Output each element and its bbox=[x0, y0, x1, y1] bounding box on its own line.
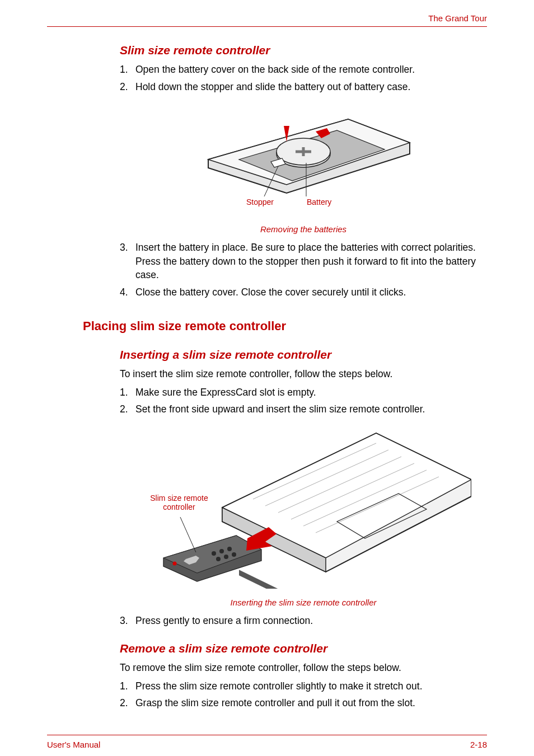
callout-slim-remote: Slim size remote controller bbox=[146, 494, 213, 513]
heading-remove-remote: Remove a slim size remote controller bbox=[120, 642, 487, 655]
svg-point-32 bbox=[173, 561, 177, 565]
list-item: 2.Set the front side upward and insert t… bbox=[120, 402, 487, 416]
figure-caption-2: Inserting the slim size remote controlle… bbox=[120, 598, 487, 607]
battery-diagram-icon bbox=[186, 104, 421, 207]
list-item: 2.Grasp the slim size remote controller … bbox=[120, 696, 487, 710]
figure-removing-batteries: Stopper Battery Removing the batteries bbox=[120, 104, 487, 234]
list-item: 4.Close the battery cover. Close the cov… bbox=[120, 285, 487, 299]
svg-point-28 bbox=[227, 547, 232, 551]
list-item: 1.Press the slim size remote controller … bbox=[120, 679, 487, 693]
chapter-title: The Grand Tour bbox=[47, 13, 487, 23]
page-footer: User's Manual 2-18 bbox=[47, 735, 487, 749]
list-item: 1.Open the battery cover on the back sid… bbox=[120, 63, 487, 77]
heading-placing-slim-remote: Placing slim size remote controller bbox=[83, 319, 487, 334]
footer-left: User's Manual bbox=[47, 740, 100, 749]
svg-point-29 bbox=[216, 557, 221, 561]
heading-slim-size-remote: Slim size remote controller bbox=[120, 44, 487, 57]
svg-rect-22 bbox=[239, 570, 278, 589]
page-header: The Grand Tour bbox=[47, 13, 487, 27]
list-item: 3.Press gently to ensure a firm connecti… bbox=[120, 614, 487, 628]
steps-list-2b: 3.Press gently to ensure a firm connecti… bbox=[120, 614, 487, 628]
steps-list-1b: 3.Insert the battery in place. Be sure t… bbox=[120, 241, 487, 299]
figure-caption-1: Removing the batteries bbox=[120, 224, 487, 234]
figure-inserting-remote: Slim size remote controller Inserting th… bbox=[120, 426, 487, 607]
svg-point-26 bbox=[212, 551, 216, 556]
callout-battery: Battery bbox=[307, 198, 331, 206]
svg-line-34 bbox=[180, 517, 196, 552]
steps-list-1a: 1.Open the battery cover on the back sid… bbox=[120, 63, 487, 93]
callout-stopper: Stopper bbox=[246, 198, 274, 206]
svg-point-31 bbox=[232, 552, 236, 557]
list-item: 3.Insert the battery in place. Be sure t… bbox=[120, 241, 487, 282]
footer-right: 2-18 bbox=[470, 740, 487, 749]
svg-point-27 bbox=[219, 549, 224, 553]
list-item: 2.Hold down the stopper and slide the ba… bbox=[120, 80, 487, 94]
steps-list-remove: 1.Press the slim size remote controller … bbox=[120, 679, 487, 710]
heading-inserting-remote: Inserting a slim size remote controller bbox=[120, 348, 487, 361]
list-item: 1.Make sure the ExpressCard slot is empt… bbox=[120, 386, 487, 400]
intro-inserting: To insert the slim size remote controlle… bbox=[120, 367, 487, 381]
intro-remove: To remove the slim size remote controlle… bbox=[120, 661, 487, 675]
steps-list-2a: 1.Make sure the ExpressCard slot is empt… bbox=[120, 386, 487, 416]
svg-point-30 bbox=[224, 555, 228, 559]
